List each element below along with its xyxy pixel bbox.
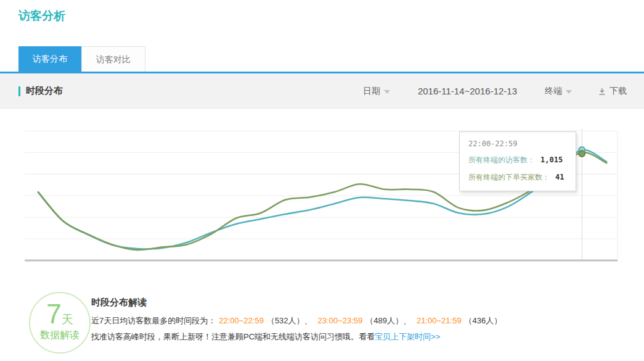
section-title: 时段分布	[18, 85, 63, 97]
tooltip-buyers-value: 41	[555, 173, 564, 181]
insight-heading: 时段分布解读	[91, 297, 634, 309]
tab-visitor-distribution[interactable]: 访客分布	[18, 46, 81, 72]
tooltip-visitors-label: 所有终端的访客数：	[468, 155, 535, 165]
insight-body: 时段分布解读 近7天日均访客数最多的时间段为：22:00~22:59（532人）…	[91, 297, 634, 342]
download-label: 下载	[609, 86, 627, 97]
tooltip-buyers-row: 所有终端的下单买家数： 41	[468, 172, 567, 183]
download-button[interactable]: 下载	[598, 86, 627, 97]
tooltip-time-range: 22:00-22:59	[468, 139, 567, 148]
chevron-down-icon	[566, 90, 572, 94]
seven-day-badge: 7天 数据解读	[29, 292, 91, 354]
insight-line1-prefix: 近7天日均访客数最多的时间段为：	[91, 316, 216, 325]
chart-tooltip: 22:00-22:59 所有终端的访客数： 1,015 所有终端的下单买家数： …	[459, 131, 576, 191]
insight-peak-times: 近7天日均访客数最多的时间段为：22:00~22:59（532人）、23:00~…	[91, 315, 634, 326]
toolbar: 时段分布 日期 2016-11-14~2016-12-13 终端 下载	[0, 73, 644, 109]
date-dropdown-label: 日期	[363, 86, 380, 97]
accent-bar	[18, 86, 20, 96]
download-icon	[598, 87, 606, 96]
page-title: 访客分析	[18, 8, 65, 24]
badge-days: 7天	[30, 301, 89, 328]
listing-schedule-link[interactable]: 宝贝上下架时间>>	[375, 332, 440, 341]
tooltip-row-visitors: 所有终端的访客数： 1,015	[468, 155, 567, 165]
peak-count-1: （532人）、	[267, 316, 312, 325]
badge-days-number: 7	[46, 299, 61, 329]
peak-time-3: 21:00~21:59	[417, 316, 462, 325]
buyers-dot	[579, 151, 585, 157]
badge-caption: 数据解读	[30, 329, 89, 342]
peak-count-3: （436人）	[465, 316, 502, 325]
tooltip-buyers-label: 所有终端的下单买家数：	[468, 172, 550, 183]
peak-time-1: 22:00~22:59	[219, 316, 264, 325]
terminal-dropdown[interactable]: 终端	[545, 86, 572, 97]
insight-advice: 找准访客高峰时段，果断上新呀！注意兼顾PC端和无线端访客访问习惯哦。看看宝贝上下…	[91, 331, 634, 342]
chevron-down-icon	[384, 90, 390, 94]
tab-bar: 访客分布 访客对比	[18, 46, 145, 72]
hourly-distribution-chart[interactable]: 01234567891011121314151617181920212223 2…	[0, 120, 644, 280]
toolbar-controls: 日期 2016-11-14~2016-12-13 终端 下载	[363, 73, 627, 109]
insight-advice-text: 找准访客高峰时段，果断上新呀！注意兼顾PC端和无线端访客访问习惯哦。看看	[91, 332, 375, 341]
date-range-value[interactable]: 2016-11-14~2016-12-13	[418, 86, 517, 96]
peak-time-2: 23:00~23:59	[318, 316, 363, 325]
date-dropdown[interactable]: 日期	[363, 86, 390, 97]
terminal-dropdown-label: 终端	[545, 86, 562, 97]
peak-count-2: （489人）、	[365, 316, 411, 325]
section-title-label: 时段分布	[26, 85, 63, 97]
tab-visitor-comparison[interactable]: 访客对比	[81, 46, 145, 72]
tooltip-visitors-value: 1,015	[540, 156, 563, 164]
badge-days-suffix: 天	[62, 313, 73, 326]
